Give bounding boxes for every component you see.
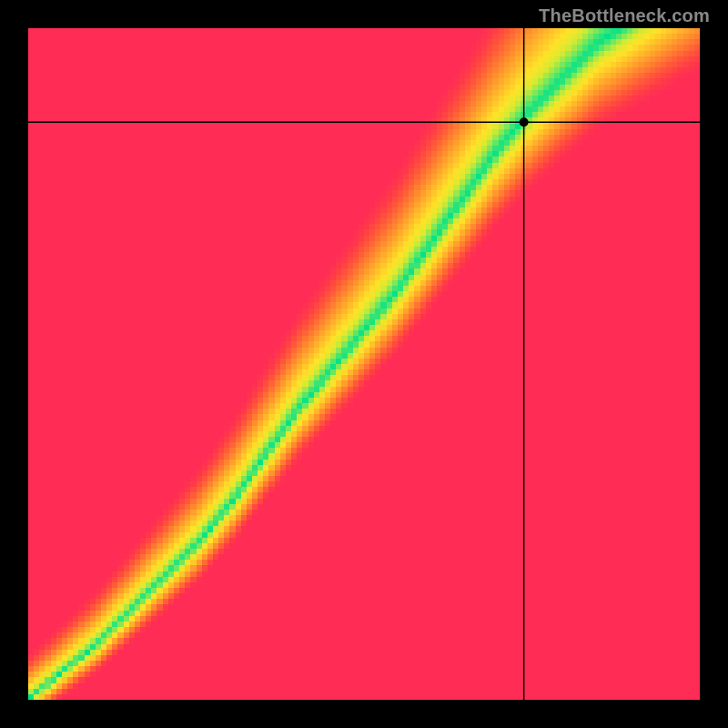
heatmap-canvas — [28, 28, 700, 700]
chart-container: TheBottleneck.com — [0, 0, 728, 728]
heatmap-plot — [28, 28, 700, 700]
watermark-text: TheBottleneck.com — [539, 5, 710, 26]
